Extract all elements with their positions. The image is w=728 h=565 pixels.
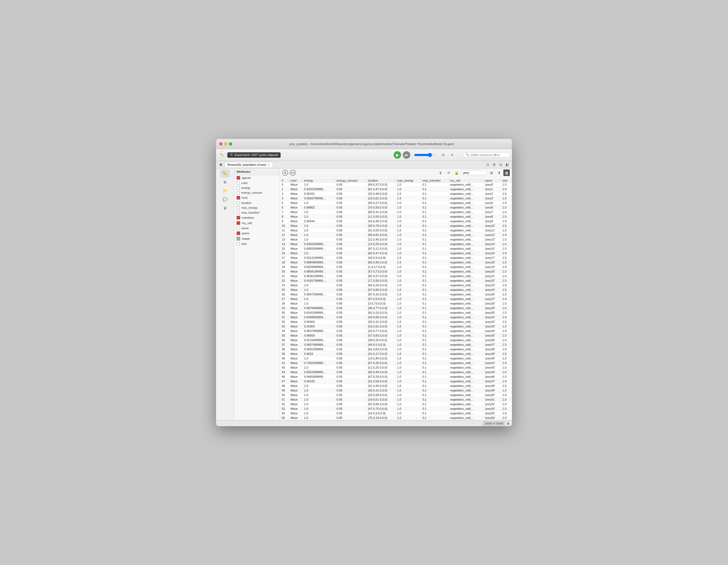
col-header-#[interactable]: #: [280, 178, 289, 183]
table-row[interactable]: 24#blue1.00.05{57.0,83.0,0.0}1.00.1veget…: [280, 288, 512, 292]
table-row[interactable]: 29#blue0.9879499999…0.05{35.0,77.0,0.0}1…: [280, 306, 512, 310]
table-row[interactable]: 35#blue0.990590.05{57.0,65.0,0.0}1.00.1v…: [280, 333, 512, 338]
maximize-button[interactable]: [229, 142, 232, 146]
table-row[interactable]: 23#blue1.00.05{63.0,25.0,0.0}1.00.1veget…: [280, 283, 512, 288]
gaml-search-input[interactable]: [470, 153, 508, 157]
table-row[interactable]: 36#blue0.9115999999…0.05{39.0,25.0,0.0}1…: [280, 338, 512, 342]
col-header-color[interactable]: color: [289, 178, 302, 183]
table-row[interactable]: 31#blue0.9298599999…0.05{43.0,65.0,0.0}1…: [280, 315, 512, 320]
sidebar-btn-sliders[interactable]: ⚙: [220, 178, 230, 186]
grid-view-btn[interactable]: ⊞: [488, 169, 495, 176]
table-filter-input[interactable]: [463, 171, 485, 174]
table-row[interactable]: 56#blue1.00.05{75.0,19.0,0.0}1.00.1veget…: [280, 416, 512, 420]
table-row[interactable]: 12#blue1.00.05{99.0,81.0,0.0}1.00.1veget…: [280, 233, 512, 237]
table-row[interactable]: 44#blue0.8522999999…0.05{83.0,49.0,0.0}1…: [280, 370, 512, 375]
attribute-item-max_transfert[interactable]: max_transfert: [234, 210, 280, 215]
table-row[interactable]: 5#blue1.00.05{93.0,27.0,0.0}1.00.1vegeta…: [280, 201, 512, 205]
table-row[interactable]: 50#blue1.00.05{29.0,59.0,0.0}1.00.1veget…: [280, 393, 512, 397]
tabbar-btn-1[interactable]: ⊡: [485, 162, 490, 167]
table-row[interactable]: 22#blue0.4181799999…0.05{17.0,55.0,0.0}1…: [280, 278, 512, 283]
table-row[interactable]: 48#blue1.00.05{41.0,43.0,0.0}1.00.1veget…: [280, 384, 512, 388]
download-btn[interactable]: ⬇: [496, 169, 502, 176]
table-row[interactable]: 8#blue1.00.05{11.0,55.0,0.0}1.00.1vegeta…: [280, 214, 512, 219]
table-row[interactable]: 18#blue0.8884899999…0.05{65.0,95.0,0.0}1…: [280, 260, 512, 265]
table-row[interactable]: 27#blue1.00.05{57.0,9.0,0.0}1.00.1vegeta…: [280, 297, 512, 301]
attribute-item-host[interactable]: host: [234, 195, 280, 200]
col-header-my_cell[interactable]: my_cell: [448, 178, 483, 183]
table-row[interactable]: 14#blue0.9391699999…0.05{13.0,25.0,0.0}1…: [280, 242, 512, 246]
table-row[interactable]: 11#blue1.00.05{51.0,55.0,0.0}1.00.1veget…: [280, 228, 512, 233]
table-row[interactable]: 26#blue0.3847599999…0.05{87.0,15.0,0.0}1…: [280, 292, 512, 297]
sidebar-btn-folder[interactable]: 📁: [220, 187, 230, 195]
table-row[interactable]: 13#blue1.00.05{21.0,45.0,0.0}1.00.1veget…: [280, 237, 512, 242]
col-header-max_energy[interactable]: max_energy: [395, 178, 421, 183]
table-row[interactable]: 6#blue0.968020.05{75.0,93.0,0.0}1.00.1ve…: [280, 205, 512, 210]
attribute-item-max_energy[interactable]: max_energy: [234, 205, 280, 210]
table-row[interactable]: 15#blue0.6992599999…0.05{87.0,11.0,0.0}1…: [280, 246, 512, 251]
step-button[interactable]: ⏭: [403, 151, 410, 159]
gaml-search-box[interactable]: 🔍: [464, 152, 510, 157]
stop-button[interactable]: ✕: [448, 151, 456, 159]
attribute-item-agents[interactable]: agents: [234, 175, 280, 181]
col-header-energy[interactable]: energy: [302, 178, 335, 183]
table-row[interactable]: 20#blue0.8804199999…0.05{57.0,73.0,0.0}1…: [280, 269, 512, 274]
table-row[interactable]: 7#blue1.00.05{69.0,41.0,0.0}1.00.1vegeta…: [280, 210, 512, 214]
table-row[interactable]: 41#blue0.7902299999…0.05{57.0,25.0,0.0}1…: [280, 361, 512, 365]
trash-icon[interactable]: 🗑: [507, 422, 510, 425]
table-row[interactable]: 19#blue0.8259999999…0.05{1.0,17.0,0.0}1.…: [280, 265, 512, 269]
table-row[interactable]: 10#blue1.00.05{25.0,79.0,0.0}1.00.1veget…: [280, 224, 512, 228]
attribute-item-color[interactable]: color: [234, 181, 280, 185]
table-row[interactable]: 34#blue0.9647999999…0.05{23.0,77.0,0.0}1…: [280, 329, 512, 333]
table-container[interactable]: A AA ⏸ ↺ 🔒 ⊞ ⬇ ▦ #colorenergyenergy_cons…: [280, 168, 512, 420]
table-row[interactable]: 21#blue0.9535199999…0.05{81.0,57.0,0.0}1…: [280, 274, 512, 278]
table-row[interactable]: 52#blue1.00.05{91.0,69.0,0.0}1.00.1veget…: [280, 402, 512, 407]
reload-btn[interactable]: ↺: [445, 169, 452, 176]
table-row[interactable]: 47#blue0.951820.05{31.0,59.0,0.0}1.00.1v…: [280, 379, 512, 384]
table-row[interactable]: 30#blue0.6341399999…0.05{81.0,15.0,0.0}1…: [280, 310, 512, 315]
double-attr-btn[interactable]: AA: [290, 170, 296, 176]
table-row[interactable]: 32#blue0.954020.05{25.0,31.0,0.0}1.00.1v…: [280, 320, 512, 324]
tabbar-side-icon[interactable]: ◧: [504, 162, 510, 167]
table-row[interactable]: 49#blue1.00.05{33.0,31.0,0.0}1.00.1veget…: [280, 388, 512, 393]
edit-button[interactable]: ✏️: [218, 151, 226, 159]
sidebar-btn-pencil[interactable]: ✏️: [220, 169, 230, 178]
table-row[interactable]: 3#blue0.9583799999…0.05{33.0,61.0,0.0}1.…: [280, 196, 512, 201]
table-row[interactable]: 51#blue1.00.05{19.0,51.0,0.0}1.00.1veget…: [280, 397, 512, 402]
table-row[interactable]: 55#blue1.00.05{23.0,9.0,0.0}1.00.1vegeta…: [280, 411, 512, 416]
col-header-energy_consum[interactable]: energy_consum: [335, 178, 366, 183]
table-row[interactable]: 39#blue0.96290.05{31.0,17.0,0.0}1.00.1ve…: [280, 352, 512, 356]
sidebar-btn-chat[interactable]: 💬: [220, 195, 230, 203]
attribute-item-name[interactable]: name: [234, 226, 280, 231]
table-search-box[interactable]: [461, 170, 487, 175]
reload-button[interactable]: ↺: [439, 151, 447, 159]
col-header-name[interactable]: name: [483, 178, 501, 183]
attribute-item-shape[interactable]: shape: [234, 236, 280, 241]
table-row[interactable]: 16#blue1.00.05{83.0,47.0,0.0}1.00.1veget…: [280, 251, 512, 256]
browse-tab[interactable]: Browse(0): population of prey ✕: [225, 162, 273, 167]
table-row[interactable]: 33#blue0.919040.05{53.0,61.0,0.0}1.00.1v…: [280, 324, 512, 329]
sidebar-btn-monitor[interactable]: 🖥: [220, 204, 230, 212]
attribute-item-members[interactable]: members: [234, 215, 280, 220]
table-row[interactable]: 1#blue0.9332299999…0.05{61.0,47.0,0.0}1.…: [280, 187, 512, 192]
table-row[interactable]: 46#blue0.9481899999…0.05{67.0,29.0,0.0}1…: [280, 375, 512, 379]
col-header-max_transfert[interactable]: max_transfert: [421, 178, 448, 183]
table-row[interactable]: 38#blue0.9091599999…0.05{81.0,63.0,0.0}1…: [280, 347, 512, 352]
close-button[interactable]: [219, 142, 222, 146]
table-row[interactable]: 2#blue0.953310.05{25.0,49.0,0.0}1.00.1ve…: [280, 192, 512, 196]
attribute-item-peers[interactable]: peers: [234, 231, 280, 236]
attribute-item-energy_consum[interactable]: energy_consum: [234, 190, 280, 195]
attribute-item-energy[interactable]: energy: [234, 185, 280, 190]
attribute-item-location[interactable]: location: [234, 200, 280, 205]
single-attr-btn[interactable]: A: [282, 170, 288, 176]
minimize-button[interactable]: [224, 142, 227, 146]
tabbar-btn-2[interactable]: ⊞: [492, 162, 497, 167]
table-row[interactable]: 17#blue0.9313199999…0.05{43.0,9.0,0.0}1.…: [280, 256, 512, 260]
attribute-item-my_cell[interactable]: my_cell: [234, 220, 280, 226]
lock-btn[interactable]: 🔒: [453, 169, 460, 176]
table-row[interactable]: 53#blue1.00.05{47.0,75.0,0.0}1.00.1veget…: [280, 407, 512, 411]
tabbar-btn-3[interactable]: ⊟: [498, 162, 503, 167]
table-row[interactable]: 9#blue0.955440.05{43.0,45.0,0.0}1.00.1ve…: [280, 219, 512, 224]
pause-btn[interactable]: ⏸: [437, 169, 444, 176]
table-row[interactable]: 37#blue0.9837499999…0.05{45.0,5.0,0.0}1.…: [280, 342, 512, 347]
speed-slider[interactable]: [414, 153, 436, 157]
